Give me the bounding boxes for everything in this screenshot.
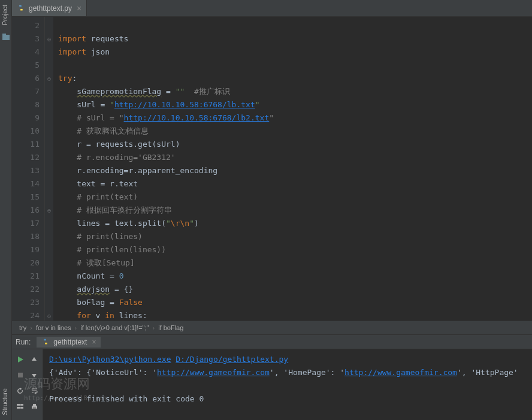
stop-button[interactable] — [13, 367, 28, 383]
svg-rect-6 — [20, 404, 23, 406]
svg-point-2 — [20, 5, 20, 6]
code-area[interactable]: import requestsimport json try: sGamepro… — [53, 17, 532, 321]
left-tool-rail: Project Structure — [0, 0, 12, 420]
svg-rect-10 — [33, 404, 36, 406]
svg-rect-1 — [2, 34, 6, 35]
line-number-gutter: 23456789101112131415161718192021222324 — [12, 17, 45, 321]
breadcrumb-item[interactable]: for v in lines — [36, 324, 71, 331]
editor-tab-gethttptext[interactable]: gethttptext.py × — [12, 0, 87, 16]
project-tool-tab[interactable]: Project — [0, 0, 11, 30]
run-config-tab[interactable]: gethttptext × — [37, 337, 101, 348]
breadcrumb-bar: try›for v in lines›if len(v)>0 and v[:1]… — [12, 321, 532, 335]
code-editor[interactable]: 23456789101112131415161718192021222324 ⊖… — [12, 17, 532, 321]
python-file-icon — [17, 4, 25, 13]
breadcrumb-item[interactable]: if boFlag — [158, 324, 183, 331]
breadcrumb-item[interactable]: try — [19, 324, 26, 331]
scroll-up-button[interactable] — [28, 352, 42, 367]
layout-button[interactable] — [13, 398, 28, 414]
run-panel: D:\usr\Python32\python.exe D:/Django/get… — [12, 349, 532, 420]
svg-rect-5 — [17, 404, 20, 406]
restart-button[interactable] — [13, 383, 28, 398]
scroll-down-button[interactable] — [28, 367, 42, 383]
breadcrumb-item[interactable]: if len(v)>0 and v[:1]!=";" — [80, 324, 149, 331]
project-icon — [1, 32, 11, 42]
run-header: Run: gethttptext × — [12, 335, 532, 349]
fold-gutter: ⊖⊖⊖⊖ — [45, 17, 53, 321]
svg-rect-0 — [2, 35, 10, 40]
editor-tab-bar: gethttptext.py × — [12, 0, 532, 17]
svg-rect-4 — [18, 373, 23, 377]
python-run-icon — [41, 338, 50, 346]
close-tab-icon[interactable]: × — [77, 4, 81, 13]
svg-rect-8 — [20, 407, 23, 409]
run-tab-label: gethttptext — [53, 338, 87, 346]
tab-label: gethttptext.py — [29, 4, 72, 13]
console-output[interactable]: D:\usr\Python32\python.exe D:/Django/get… — [43, 349, 532, 420]
wrap-button[interactable] — [28, 383, 42, 398]
structure-tool-tab[interactable]: Structure — [0, 383, 11, 420]
rerun-button[interactable] — [13, 352, 28, 367]
close-run-tab-icon[interactable]: × — [92, 338, 96, 346]
run-label: Run: — [16, 338, 31, 346]
main-column: gethttptext.py × 23456789101112131415161… — [12, 0, 532, 420]
run-toolbar — [12, 349, 43, 420]
svg-rect-11 — [33, 407, 36, 409]
svg-rect-7 — [17, 407, 20, 409]
print-button[interactable] — [28, 398, 42, 414]
svg-point-3 — [22, 9, 22, 10]
